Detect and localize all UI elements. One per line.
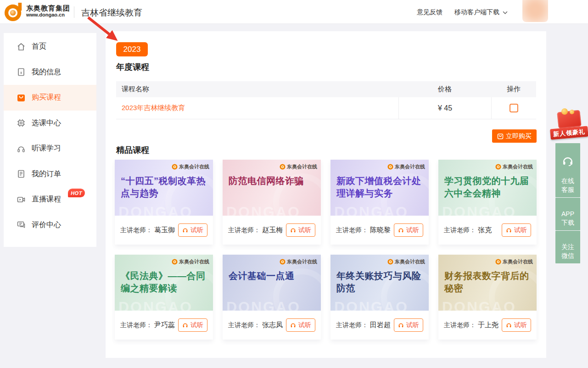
feedback-chat-icon bbox=[17, 220, 26, 229]
brand-url: www.dongao.cn bbox=[26, 12, 70, 18]
teacher-name: 张志凤 bbox=[262, 321, 283, 329]
dongao-mini-logo-icon bbox=[387, 259, 393, 265]
headphone-icon bbox=[182, 227, 188, 233]
online-service-button[interactable]: 在线 客服 bbox=[555, 143, 580, 197]
buy-now-label: 立即购买 bbox=[506, 132, 532, 140]
dongao-mini-logo-icon bbox=[387, 164, 393, 170]
teacher-name: 赵玉梅 bbox=[262, 226, 283, 234]
sidebar-item-live-courses[interactable]: 直播课程 HOT bbox=[4, 187, 96, 212]
bag-icon bbox=[497, 133, 504, 139]
sidebar-item-label: 我的订单 bbox=[32, 169, 61, 179]
sidebar-item-review-center[interactable]: 评价中心 bbox=[4, 212, 96, 238]
gift-banner-label: 新人领豪礼 bbox=[550, 126, 588, 139]
avatar-blurred-image bbox=[522, 0, 548, 22]
premium-courses-grid: 东奥会计在线 “十四五”税制改革热点与趋势 DONGAO 主讲老师： 葛玉御 试… bbox=[115, 160, 537, 340]
headphone-icon bbox=[398, 227, 404, 233]
course-title: 学习贯彻党的十九届六中全会精神 bbox=[444, 175, 533, 200]
trial-listen-button[interactable]: 试听 bbox=[502, 318, 531, 332]
avatar[interactable] bbox=[522, 0, 548, 22]
course-cover: 东奥会计在线 年终关账技巧与风险防范 DONGAO bbox=[330, 255, 429, 311]
buy-now-button[interactable]: 立即购买 bbox=[492, 129, 537, 143]
teacher-label: 主讲老师： bbox=[228, 226, 260, 234]
year-2023-button[interactable]: 2023 bbox=[116, 42, 148, 56]
course-title: 年终关账技巧与风险防范 bbox=[336, 270, 425, 295]
dongao-mini-logo-icon bbox=[495, 259, 501, 265]
app-download-link[interactable]: 移动客户端下载 bbox=[454, 8, 508, 17]
course-title: 会计基础一点通 bbox=[229, 270, 317, 282]
watermark-text: DONGAO bbox=[118, 299, 193, 311]
course-cover: 东奥会计在线 新政下增值税会计处理详解与实务 DONGAO bbox=[330, 160, 429, 216]
column-header-action: 操作 bbox=[491, 85, 536, 94]
course-card[interactable]: 东奥会计在线 “十四五”税制改革热点与趋势 DONGAO 主讲老师： 葛玉御 试… bbox=[115, 160, 213, 245]
course-cover: 东奥会计在线 《民法典》——合同编之精要解读 DONGAO bbox=[115, 255, 213, 311]
trial-listen-button[interactable]: 试听 bbox=[286, 318, 315, 332]
course-select-checkbox[interactable] bbox=[510, 104, 518, 112]
trial-listen-button[interactable]: 试听 bbox=[178, 223, 207, 237]
sidebar-item-label: 购买课程 bbox=[32, 93, 61, 102]
course-cover: 东奥会计在线 会计基础一点通 DONGAO bbox=[223, 255, 321, 311]
sidebar-item-listen-study[interactable]: 听课学习 bbox=[4, 136, 96, 162]
live-video-icon bbox=[17, 195, 26, 204]
dongao-logo-icon bbox=[4, 2, 23, 22]
profile-doc-icon bbox=[17, 67, 26, 77]
sidebar-item-label: 直播课程 bbox=[32, 195, 61, 204]
sidebar-item-label: 听课学习 bbox=[32, 144, 61, 153]
course-card[interactable]: 东奥会计在线 学习贯彻党的十九届六中全会精神 DONGAO 主讲老师： 张克 试… bbox=[438, 160, 537, 245]
course-title: 新政下增值税会计处理详解与实务 bbox=[336, 175, 425, 200]
course-card[interactable]: 东奥会计在线 《民法典》——合同编之精要解读 DONGAO 主讲老师： 尹巧蕊 … bbox=[115, 255, 213, 340]
headphone-icon bbox=[506, 227, 512, 233]
annual-courses-title: 年度课程 bbox=[116, 61, 149, 72]
trial-listen-button[interactable]: 试听 bbox=[178, 318, 207, 332]
sidebar-item-label: 选课中心 bbox=[32, 118, 61, 128]
course-title: “十四五”税制改革热点与趋势 bbox=[121, 175, 209, 200]
watermark-text: DONGAO bbox=[226, 204, 301, 216]
table-row: 2023年吉林继续教育 ¥ 45 bbox=[116, 97, 536, 119]
card-brand: 东奥会计在线 bbox=[387, 163, 425, 170]
dongao-mini-logo-icon bbox=[280, 164, 286, 170]
home-icon bbox=[17, 42, 26, 51]
course-card[interactable]: 东奥会计在线 财务报表数字背后的秘密 DONGAO 主讲老师： 于上尧 试听 bbox=[438, 255, 537, 340]
new-user-gift-widget[interactable]: 新人领豪礼 bbox=[550, 110, 588, 139]
watermark-text: DONGAO bbox=[334, 299, 409, 311]
trial-listen-button[interactable]: 试听 bbox=[394, 223, 423, 237]
teacher-name: 于上尧 bbox=[478, 321, 498, 329]
course-center-icon bbox=[17, 118, 26, 128]
trial-listen-button[interactable]: 试听 bbox=[502, 223, 531, 237]
trial-listen-button[interactable]: 试听 bbox=[286, 223, 315, 237]
trial-listen-button[interactable]: 试听 bbox=[394, 318, 423, 332]
headphone-icon bbox=[290, 227, 296, 233]
wechat-follow-button[interactable]: 关注 微信 bbox=[555, 231, 580, 263]
sidebar-item-buy-courses[interactable]: 购买课程 bbox=[4, 85, 96, 111]
course-title: 财务报表数字背后的秘密 bbox=[444, 270, 533, 295]
course-card[interactable]: 东奥会计在线 防范电信网络诈骗 DONGAO 主讲老师： 赵玉梅 试听 bbox=[223, 160, 321, 245]
dongao-mini-logo-icon bbox=[495, 164, 501, 170]
main-panel: 2023 年度课程 课程名称 价格 操作 2023年吉林继续教育 ¥ 45 立即… bbox=[106, 31, 546, 358]
headset-icon bbox=[562, 156, 574, 166]
brand-name: 东奥教育集团 bbox=[26, 4, 70, 12]
watermark-text: DONGAO bbox=[118, 204, 193, 216]
watermark-text: DONGAO bbox=[334, 204, 409, 216]
app-download-button[interactable]: APP 下载 bbox=[555, 198, 580, 230]
teacher-label: 主讲老师： bbox=[444, 226, 476, 234]
dongao-mini-logo-icon bbox=[172, 164, 178, 170]
sidebar-item-label: 首页 bbox=[32, 42, 46, 51]
teacher-label: 主讲老师： bbox=[336, 321, 368, 329]
card-brand: 东奥会计在线 bbox=[280, 163, 317, 170]
sidebar-item-my-info[interactable]: 我的信息 bbox=[4, 60, 96, 85]
course-cover: 东奥会计在线 学习贯彻党的十九届六中全会精神 DONGAO bbox=[438, 160, 537, 216]
watermark-text: DONGAO bbox=[442, 204, 516, 216]
brand-text: 东奥教育集团 www.dongao.cn bbox=[26, 4, 70, 18]
sidebar-item-label: 评价中心 bbox=[32, 220, 61, 230]
course-card[interactable]: 东奥会计在线 年终关账技巧与风险防范 DONGAO 主讲老师： 田岩超 试听 bbox=[330, 255, 429, 340]
sidebar-item-course-center[interactable]: 选课中心 bbox=[4, 111, 96, 136]
sidebar-item-my-orders[interactable]: 我的订单 bbox=[4, 162, 96, 187]
floating-side-panel: 在线 客服 APP 下载 关注 微信 bbox=[555, 143, 580, 263]
headphone-icon bbox=[290, 322, 296, 328]
course-card[interactable]: 东奥会计在线 新政下增值税会计处理详解与实务 DONGAO 主讲老师： 陈晓黎 … bbox=[330, 160, 429, 245]
feedback-link[interactable]: 意见反馈 bbox=[417, 8, 442, 17]
teacher-name: 张克 bbox=[478, 226, 492, 234]
page-title: 吉林省继续教育 bbox=[81, 7, 142, 19]
course-row-link[interactable]: 2023年吉林继续教育 bbox=[122, 104, 185, 112]
course-card[interactable]: 东奥会计在线 会计基础一点通 DONGAO 主讲老师： 张志凤 试听 bbox=[223, 255, 321, 340]
sidebar-item-home[interactable]: 首页 bbox=[4, 34, 96, 60]
